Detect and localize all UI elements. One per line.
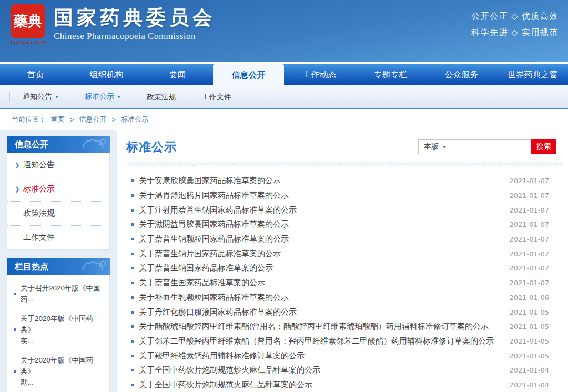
news-item: 关于安康欣胶囊国家药品标准草案的公示2021-01-07 bbox=[126, 174, 568, 188]
search-button[interactable]: 搜索 bbox=[531, 139, 556, 154]
nav-item[interactable]: 专题专栏 bbox=[355, 64, 426, 85]
hot-item-label: 关于2020年版《中国药典》实... bbox=[21, 313, 107, 346]
news-title-link[interactable]: 关于温胃舒泡腾片国家药品标准草案的公示 bbox=[139, 190, 289, 200]
subnav-item[interactable]: 工作文件 bbox=[189, 93, 244, 101]
site-header: 藥典 ChP Since 1950 国家药典委员会 Chinese Pharma… bbox=[0, 0, 568, 62]
news-item: 关于丹红化瘀口服液国家药品标准草案的公示2021-01-05 bbox=[126, 305, 568, 319]
hot-item-label: 关于召开2020年版《中国药... bbox=[21, 283, 107, 305]
bullet-icon bbox=[131, 179, 134, 182]
subnav-item[interactable]: 标准公示▼ bbox=[72, 92, 134, 102]
header-slogans: 公开公正 ◇ 优质高效 科学先进 ◇ 实用规范 bbox=[471, 8, 559, 41]
news-title-link[interactable]: 关于羧甲纤维素钙药用辅料标准修订草案的公示 bbox=[139, 351, 305, 361]
news-date: 2021-01-05 bbox=[509, 323, 568, 330]
chevron-down-icon: ▼ bbox=[55, 95, 59, 99]
sub-nav: 通知公告▼标准公示▼政策法规工作文件 bbox=[0, 85, 568, 109]
subnav-item-label: 政策法规 bbox=[147, 93, 176, 101]
news-item: 关于补血生乳颗粒国家药品标准草案的公示2021-01-06 bbox=[126, 290, 568, 305]
breadcrumb-prefix: 当前位置： bbox=[12, 115, 46, 124]
bullet-icon bbox=[131, 253, 134, 255]
news-item: 关于滋阴益胃胶囊国家药品标准草案的公示2021-01-07 bbox=[126, 217, 568, 232]
news-title-link[interactable]: 关于滋阴益胃胶囊国家药品标准草案的公示 bbox=[139, 219, 289, 229]
news-title-link[interactable]: 关于萘普生钠颗粒国家药品标准草案的公示 bbox=[139, 234, 289, 244]
news-title-link[interactable]: 关于萘普生国家药品标准草案的公示 bbox=[139, 278, 265, 288]
search-scope-select[interactable]: 本版 ▼ bbox=[418, 139, 451, 154]
hot-box-header: 栏目热点 bbox=[7, 258, 110, 275]
hot-list-item[interactable]: 关于召开2020年版《中国药... bbox=[7, 278, 109, 309]
hot-box: 栏目热点 关于召开2020年版《中国药...关于2020年版《中国药典》实...… bbox=[7, 258, 110, 392]
hot-box-title: 栏目热点 bbox=[15, 262, 48, 271]
nav-item[interactable]: 世界药典之窗 bbox=[497, 64, 568, 85]
breadcrumb-link[interactable]: 标准公示 bbox=[121, 115, 148, 124]
news-item: 关于羧甲纤维素钙药用辅料标准修订草案的公示2021-01-05 bbox=[126, 348, 568, 363]
subnav-item-label: 工作文件 bbox=[202, 93, 231, 101]
news-title-link[interactable]: 关于补血生乳颗粒国家药品标准草案的公示 bbox=[139, 293, 289, 303]
news-item: 关于萘普生钠颗粒国家药品标准草案的公示2021-01-07 bbox=[126, 232, 568, 247]
slogan-line-1: 公开公正 ◇ 优质高效 bbox=[471, 8, 559, 24]
news-date: 2021-01-07 bbox=[509, 264, 568, 272]
bullet-icon bbox=[131, 238, 134, 240]
seal-logo[interactable]: 藥典 ChP Since 1950 bbox=[7, 4, 49, 45]
subnav-item-label: 通知公告 bbox=[23, 92, 52, 100]
sidebar-item[interactable]: 政策法规 bbox=[7, 202, 109, 226]
sidebar-item[interactable]: 工作文件 bbox=[7, 226, 109, 249]
search-input[interactable] bbox=[451, 139, 531, 154]
content: 信息公开 ❯通知公告❯标准公示政策法规工作文件 栏目热点 bbox=[0, 130, 568, 392]
nav-item[interactable]: 公众服务 bbox=[426, 64, 497, 85]
hot-list-item[interactable]: 关于2020年版《中国药典》实... bbox=[7, 309, 109, 350]
seal-logo-icon: 藥典 bbox=[11, 4, 45, 38]
hot-list-item[interactable]: 关于2020年版《中国药典》勘... bbox=[7, 350, 109, 392]
news-title-link[interactable]: 关于醋酸琥珀酸羟丙甲纤维素酯(曾用名：醋酸羟丙甲纤维素琥珀酸酯）药用辅料标准修订… bbox=[139, 321, 489, 331]
sidebar: 信息公开 ❯通知公告❯标准公示政策法规工作文件 栏目热点 bbox=[0, 130, 117, 392]
sidebar-item-label: 标准公示 bbox=[23, 184, 55, 194]
sidebar-item[interactable]: ❯通知公告 bbox=[7, 153, 109, 177]
main-nav: 首页组织机构要闻信息公开工作动态专题专栏公众服务世界药典之窗 bbox=[0, 64, 568, 85]
news-title-link[interactable]: 关于全国中药饮片炮制规范火麻仁品种草案的公示 bbox=[139, 380, 312, 390]
info-box-title: 信息公开 bbox=[15, 140, 48, 149]
news-item: 关于萘普生国家药品标准草案的公示2021-01-07 bbox=[126, 276, 568, 290]
sidebar-item[interactable]: ❯标准公示 bbox=[7, 177, 109, 202]
seal-tagline: ChP Since 1950 bbox=[7, 39, 49, 45]
chevron-down-icon: ▼ bbox=[442, 145, 447, 149]
breadcrumb-link[interactable]: 信息公开 bbox=[79, 115, 107, 124]
arrow-right-icon: ❯ bbox=[15, 186, 23, 193]
bullet-icon bbox=[131, 369, 134, 371]
news-item: 关于邻苯二甲酸羟丙甲纤维素酯（曾用名：羟丙甲纤维素邻苯二甲酸酯）药用辅料标准修订… bbox=[126, 334, 568, 349]
nav-item[interactable]: 要闻 bbox=[142, 64, 213, 85]
subnav-item[interactable]: 政策法规 bbox=[134, 93, 189, 101]
bullet-icon bbox=[131, 209, 134, 212]
chevron-down-icon: ▼ bbox=[117, 95, 121, 99]
site-title-en: Chinese Pharmacopoeia Commission bbox=[54, 31, 216, 42]
nav-item[interactable]: 工作动态 bbox=[284, 64, 355, 85]
subnav-item[interactable]: 通知公告▼ bbox=[9, 92, 72, 102]
nav-item[interactable]: 信息公开 bbox=[213, 64, 284, 89]
news-date: 2021-01-07 bbox=[509, 192, 568, 199]
news-item: 关于醋酸琥珀酸羟丙甲纤维素酯(曾用名：醋酸羟丙甲纤维素琥珀酸酯）药用辅料标准修订… bbox=[126, 319, 568, 334]
news-title-link[interactable]: 关于安康欣胶囊国家药品标准草案的公示 bbox=[139, 176, 281, 186]
news-title-link[interactable]: 关于全国中药饮片炮制规范炒火麻仁品种草案的公示 bbox=[139, 365, 320, 375]
bullet-icon bbox=[131, 384, 134, 386]
main-panel: 标准公示 本版 ▼ 搜索 关于安康欣胶囊国家药品标准草案的公示2021-01-0… bbox=[117, 130, 568, 392]
nav-item[interactable]: 组织机构 bbox=[71, 64, 142, 85]
news-title-link[interactable]: 关于萘普生钠国家药品标准草案的公示 bbox=[139, 263, 273, 273]
title-row: 标准公示 本版 ▼ 搜索 bbox=[126, 136, 568, 157]
hot-item-label: 关于2020年版《中国药典》勘... bbox=[21, 355, 107, 388]
news-date: 2021-01-07 bbox=[509, 177, 568, 185]
news-item: 关于萘普生钠片国家药品标准草案的公示2021-01-07 bbox=[126, 246, 568, 261]
bullet-icon bbox=[131, 340, 134, 343]
hot-box-list: 关于召开2020年版《中国药...关于2020年版《中国药典》实...关于202… bbox=[7, 275, 110, 392]
news-item: 关于全国中药饮片炮制规范炒火麻仁品种草案的公示2021-01-04 bbox=[126, 363, 568, 378]
breadcrumb-link[interactable]: 首页 bbox=[51, 115, 65, 124]
news-title-link[interactable]: 关于邻苯二甲酸羟丙甲纤维素酯（曾用名：羟丙甲纤维素邻苯二甲酸酯）药用辅料标准修订… bbox=[139, 336, 494, 346]
news-title-link[interactable]: 关于丹红化瘀口服液国家药品标准草案的公示 bbox=[139, 307, 297, 317]
news-date: 2021-01-05 bbox=[509, 337, 568, 345]
search-area: 本版 ▼ 搜索 bbox=[418, 139, 556, 154]
info-box-header: 信息公开 bbox=[7, 136, 110, 153]
bullet-icon bbox=[14, 328, 16, 331]
news-title-link[interactable]: 关于萘普生钠片国家药品标准草案的公示 bbox=[139, 249, 281, 259]
news-title-link[interactable]: 关于注射用萘普生钠国家药品标准草案的公示 bbox=[139, 205, 297, 215]
seal-text: 藥典 bbox=[14, 14, 42, 28]
news-item: 关于注射用萘普生钠国家药品标准草案的公示2021-01-07 bbox=[126, 203, 568, 217]
news-date: 2021-01-07 bbox=[509, 220, 568, 228]
nav-item[interactable]: 首页 bbox=[0, 64, 71, 85]
news-item: 关于温胃舒泡腾片国家药品标准草案的公示2021-01-07 bbox=[126, 188, 568, 203]
